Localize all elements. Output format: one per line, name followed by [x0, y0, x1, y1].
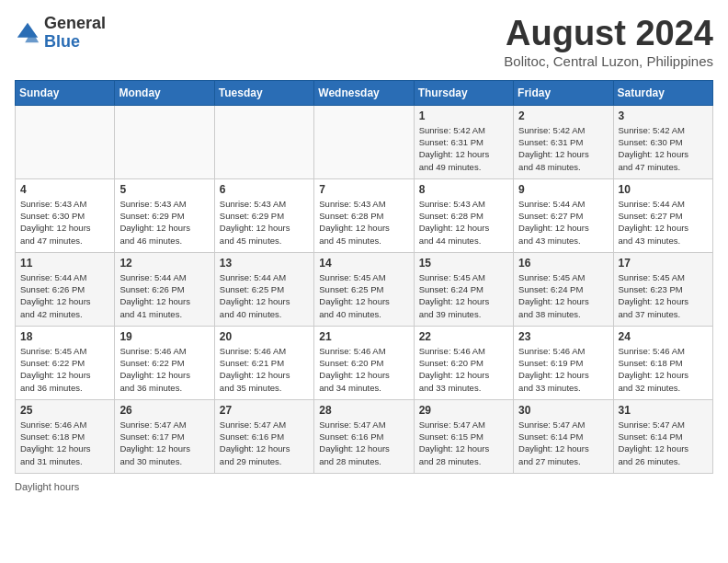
day-info: Sunrise: 5:44 AM Sunset: 6:26 PM Dayligh…	[20, 271, 109, 320]
day-number: 13	[220, 257, 309, 270]
day-number: 5	[119, 183, 209, 196]
calendar-cell: 19Sunrise: 5:46 AM Sunset: 6:22 PM Dayli…	[115, 326, 214, 399]
day-info: Sunrise: 5:43 AM Sunset: 6:29 PM Dayligh…	[220, 198, 309, 247]
calendar-cell: 27Sunrise: 5:47 AM Sunset: 6:16 PM Dayli…	[214, 399, 313, 473]
daylight-label: Daylight hours	[15, 481, 79, 492]
calendar-cell	[314, 105, 414, 178]
day-info: Sunrise: 5:43 AM Sunset: 6:28 PM Dayligh…	[419, 198, 508, 247]
day-header-thursday: Thursday	[414, 80, 513, 105]
day-info: Sunrise: 5:46 AM Sunset: 6:19 PM Dayligh…	[518, 345, 608, 394]
day-number: 31	[619, 404, 708, 417]
day-info: Sunrise: 5:45 AM Sunset: 6:24 PM Dayligh…	[419, 271, 508, 320]
day-info: Sunrise: 5:46 AM Sunset: 6:22 PM Dayligh…	[119, 345, 209, 394]
day-number: 30	[518, 404, 608, 417]
calendar-cell: 2Sunrise: 5:42 AM Sunset: 6:31 PM Daylig…	[514, 105, 613, 178]
day-number: 1	[419, 109, 508, 122]
calendar-subtitle: Bolitoc, Central Luzon, Philippines	[504, 53, 713, 69]
calendar-cell: 17Sunrise: 5:45 AM Sunset: 6:23 PM Dayli…	[613, 252, 712, 326]
day-header-sunday: Sunday	[16, 80, 115, 105]
calendar-week-row: 25Sunrise: 5:46 AM Sunset: 6:18 PM Dayli…	[16, 399, 713, 473]
title-block: August 2024 Bolitoc, Central Luzon, Phil…	[504, 15, 713, 69]
svg-marker-0	[17, 23, 38, 38]
calendar-cell: 22Sunrise: 5:46 AM Sunset: 6:20 PM Dayli…	[414, 326, 513, 399]
day-number: 14	[319, 257, 408, 270]
day-info: Sunrise: 5:47 AM Sunset: 6:14 PM Dayligh…	[518, 419, 608, 467]
day-info: Sunrise: 5:47 AM Sunset: 6:16 PM Dayligh…	[319, 419, 408, 467]
day-info: Sunrise: 5:47 AM Sunset: 6:14 PM Dayligh…	[619, 419, 708, 467]
day-header-tuesday: Tuesday	[214, 80, 313, 105]
day-header-monday: Monday	[115, 80, 214, 105]
calendar-cell: 5Sunrise: 5:43 AM Sunset: 6:29 PM Daylig…	[115, 178, 214, 252]
calendar-cell: 20Sunrise: 5:46 AM Sunset: 6:21 PM Dayli…	[214, 326, 313, 399]
calendar-cell: 11Sunrise: 5:44 AM Sunset: 6:26 PM Dayli…	[16, 252, 115, 326]
day-number: 26	[119, 404, 209, 417]
day-number: 4	[20, 183, 109, 196]
day-number: 23	[518, 330, 608, 343]
logo-blue-text: Blue	[44, 33, 106, 52]
day-info: Sunrise: 5:43 AM Sunset: 6:30 PM Dayligh…	[20, 198, 109, 247]
day-number: 2	[518, 109, 608, 122]
calendar-cell: 13Sunrise: 5:44 AM Sunset: 6:25 PM Dayli…	[214, 252, 313, 326]
day-info: Sunrise: 5:46 AM Sunset: 6:18 PM Dayligh…	[619, 345, 708, 394]
day-number: 25	[20, 404, 109, 417]
day-info: Sunrise: 5:46 AM Sunset: 6:20 PM Dayligh…	[419, 345, 508, 394]
calendar-cell: 14Sunrise: 5:45 AM Sunset: 6:25 PM Dayli…	[314, 252, 414, 326]
logo-icon	[15, 20, 40, 46]
calendar-title: August 2024	[504, 15, 713, 53]
calendar-cell: 30Sunrise: 5:47 AM Sunset: 6:14 PM Dayli…	[514, 399, 613, 473]
day-number: 11	[20, 257, 109, 270]
day-info: Sunrise: 5:44 AM Sunset: 6:27 PM Dayligh…	[518, 198, 608, 247]
footer: Daylight hours	[15, 481, 713, 492]
logo-text: General Blue	[44, 15, 106, 52]
day-info: Sunrise: 5:45 AM Sunset: 6:22 PM Dayligh…	[20, 345, 109, 394]
day-info: Sunrise: 5:44 AM Sunset: 6:25 PM Dayligh…	[220, 271, 309, 320]
page-header: General Blue August 2024 Bolitoc, Centra…	[15, 15, 713, 69]
calendar-cell: 23Sunrise: 5:46 AM Sunset: 6:19 PM Dayli…	[514, 326, 613, 399]
day-info: Sunrise: 5:42 AM Sunset: 6:30 PM Dayligh…	[619, 124, 708, 173]
calendar-cell: 7Sunrise: 5:43 AM Sunset: 6:28 PM Daylig…	[314, 178, 414, 252]
calendar-cell: 8Sunrise: 5:43 AM Sunset: 6:28 PM Daylig…	[414, 178, 513, 252]
calendar-cell: 26Sunrise: 5:47 AM Sunset: 6:17 PM Dayli…	[115, 399, 214, 473]
day-number: 24	[619, 330, 708, 343]
calendar-week-row: 18Sunrise: 5:45 AM Sunset: 6:22 PM Dayli…	[16, 326, 713, 399]
calendar-week-row: 11Sunrise: 5:44 AM Sunset: 6:26 PM Dayli…	[16, 252, 713, 326]
day-number: 6	[220, 183, 309, 196]
day-number: 17	[619, 257, 708, 270]
calendar-week-row: 4Sunrise: 5:43 AM Sunset: 6:30 PM Daylig…	[16, 178, 713, 252]
day-header-friday: Friday	[514, 80, 613, 105]
day-number: 7	[319, 183, 408, 196]
day-number: 8	[419, 183, 508, 196]
calendar-cell: 25Sunrise: 5:46 AM Sunset: 6:18 PM Dayli…	[16, 399, 115, 473]
calendar-cell: 28Sunrise: 5:47 AM Sunset: 6:16 PM Dayli…	[314, 399, 414, 473]
day-number: 28	[319, 404, 408, 417]
calendar-cell: 24Sunrise: 5:46 AM Sunset: 6:18 PM Dayli…	[613, 326, 712, 399]
day-number: 10	[619, 183, 708, 196]
calendar-week-row: 1Sunrise: 5:42 AM Sunset: 6:31 PM Daylig…	[16, 105, 713, 178]
calendar-cell: 16Sunrise: 5:45 AM Sunset: 6:24 PM Dayli…	[514, 252, 613, 326]
logo: General Blue	[15, 15, 106, 52]
calendar-cell: 1Sunrise: 5:42 AM Sunset: 6:31 PM Daylig…	[414, 105, 513, 178]
day-header-saturday: Saturday	[613, 80, 712, 105]
day-info: Sunrise: 5:42 AM Sunset: 6:31 PM Dayligh…	[518, 124, 608, 173]
day-info: Sunrise: 5:47 AM Sunset: 6:15 PM Dayligh…	[419, 419, 508, 467]
calendar-cell	[115, 105, 214, 178]
calendar-cell: 6Sunrise: 5:43 AM Sunset: 6:29 PM Daylig…	[214, 178, 313, 252]
calendar-cell: 31Sunrise: 5:47 AM Sunset: 6:14 PM Dayli…	[613, 399, 712, 473]
day-info: Sunrise: 5:46 AM Sunset: 6:20 PM Dayligh…	[319, 345, 408, 394]
day-info: Sunrise: 5:46 AM Sunset: 6:21 PM Dayligh…	[220, 345, 309, 394]
day-number: 15	[419, 257, 508, 270]
calendar-cell: 21Sunrise: 5:46 AM Sunset: 6:20 PM Dayli…	[314, 326, 414, 399]
day-number: 12	[119, 257, 209, 270]
calendar-cell: 3Sunrise: 5:42 AM Sunset: 6:30 PM Daylig…	[613, 105, 712, 178]
day-number: 20	[220, 330, 309, 343]
day-number: 16	[518, 257, 608, 270]
day-info: Sunrise: 5:45 AM Sunset: 6:24 PM Dayligh…	[518, 271, 608, 320]
calendar-cell: 9Sunrise: 5:44 AM Sunset: 6:27 PM Daylig…	[514, 178, 613, 252]
calendar-cell: 29Sunrise: 5:47 AM Sunset: 6:15 PM Dayli…	[414, 399, 513, 473]
day-info: Sunrise: 5:46 AM Sunset: 6:18 PM Dayligh…	[20, 419, 109, 467]
day-number: 22	[419, 330, 508, 343]
day-number: 27	[220, 404, 309, 417]
day-info: Sunrise: 5:44 AM Sunset: 6:26 PM Dayligh…	[119, 271, 209, 320]
day-info: Sunrise: 5:42 AM Sunset: 6:31 PM Dayligh…	[419, 124, 508, 173]
calendar-cell	[16, 105, 115, 178]
